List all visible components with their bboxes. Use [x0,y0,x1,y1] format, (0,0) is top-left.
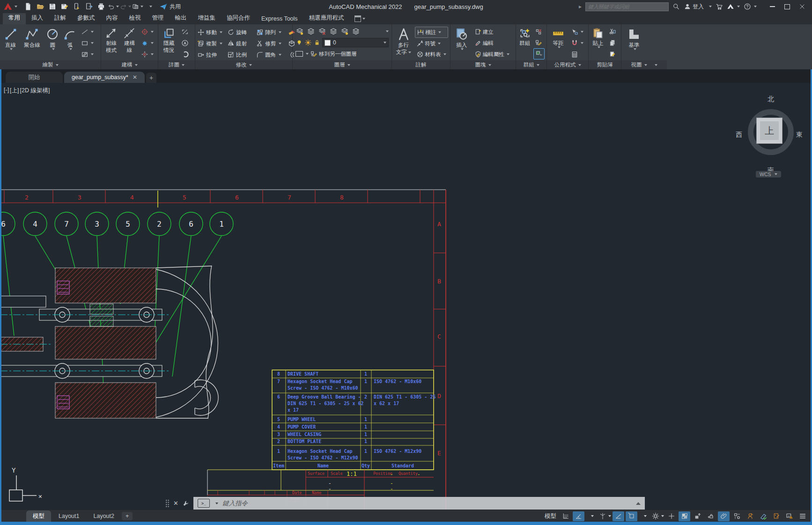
share-button[interactable]: 共用 [156,2,184,11]
rectangle-flyout-button[interactable] [80,38,99,48]
point-flyout-button[interactable] [140,49,156,59]
command-grip-handle[interactable] [165,499,170,507]
layer-properties-icon[interactable] [295,27,304,36]
viewport-view-control[interactable]: [上] [10,87,19,95]
viewcube-north[interactable]: 北 [768,95,774,104]
tab-manage[interactable]: 管理 [147,12,170,24]
clean-screen-toggle[interactable] [718,511,730,521]
mtext-button[interactable]: 多行 文字 [393,26,414,60]
panel-draw-footer[interactable]: 繪製 [0,60,101,69]
point-id-button[interactable] [569,38,586,48]
tab-featured-apps[interactable]: 精選應用程式 [303,12,350,24]
fillet-button[interactable]: 圓角 [255,49,287,60]
new-layout-button[interactable]: + [122,512,133,520]
array-button[interactable]: 陣列 [255,27,287,38]
customization-menu-button[interactable] [797,511,808,521]
ray-mode-button[interactable]: 射線 模式 [102,26,120,60]
panel-construct-footer[interactable]: 建構 [101,60,158,69]
paste-button[interactable]: 貼上 [590,26,606,60]
viewcube[interactable]: 北 西 東 南 上 WCS [742,95,800,182]
command-history-dropdown-icon[interactable] [215,503,218,504]
edit-block-button[interactable]: 編輯 [473,38,514,48]
panel-annotate-footer[interactable]: 註解 [392,60,450,69]
snap-grid-toggle[interactable] [560,511,571,521]
cut-button[interactable] [607,27,619,37]
trim-button[interactable]: 修剪 [255,38,287,49]
move-to-layer-label[interactable]: 移到另一個圖層 [319,51,357,58]
command-input[interactable]: >_ 鍵入指令 [193,497,645,510]
arc-button[interactable]: 弧 [61,26,79,60]
edit-attributes-button[interactable]: 編輯屬性 [473,49,514,59]
group-button[interactable]: 群組 [517,26,532,60]
signin-button[interactable]: 登入 [684,3,704,11]
edge-symbol-button[interactable] [180,49,193,59]
save-button[interactable] [47,1,58,12]
wcs-menu[interactable]: WCS [756,171,781,177]
undo-dropdown-icon[interactable] [116,6,119,7]
new-drawing-tab-button[interactable]: + [146,73,156,83]
viewcube-west[interactable]: 西 [736,131,742,139]
layer-thaw-sun-icon[interactable] [304,39,312,46]
copy-button[interactable]: 複製 [196,38,226,49]
tab-express-tools[interactable]: Express Tools [256,14,303,24]
panel-detail-footer[interactable]: 詳圖 [158,60,195,69]
panel-modify-footer[interactable]: 修改 [195,60,292,69]
annotation-scale-button[interactable] [757,511,769,521]
create-block-button[interactable]: 建立 [473,27,514,37]
base-view-button[interactable]: 基準 [622,26,646,60]
polar-tracking-dropdown[interactable] [586,511,598,521]
layer-on-bulb-icon[interactable] [295,39,303,46]
command-prompt-icon[interactable]: >_ [198,499,210,508]
circle-button[interactable]: 圓 [44,26,61,60]
scale-button[interactable]: 比例 [226,49,255,60]
search-input[interactable] [586,4,668,9]
insert-block-button[interactable]: 插入 [451,26,472,60]
redo-button[interactable] [120,1,131,12]
group-selection-toggle[interactable] [533,48,545,59]
layer-match-icon[interactable] [295,51,303,57]
measure-button[interactable]: 等距 [548,26,568,60]
layout-dropdown-icon[interactable] [140,6,143,7]
ui-scale-button[interactable] [692,511,703,521]
command-wrench-icon[interactable] [182,500,190,507]
command-close-icon[interactable]: ✕ [173,500,178,507]
layer-lock-icon[interactable] [352,27,360,36]
copy-clip-button[interactable] [607,38,619,48]
close-button[interactable] [795,1,809,12]
viewport-visual-style-control[interactable]: [2D 線架構] [20,87,50,95]
cart-icon[interactable] [716,3,723,10]
model-space-canvas[interactable]: 2 3 4 5 6 7 8 A B C D [0,83,812,510]
snap-settings-button[interactable] [652,511,664,521]
model-space-toggle[interactable]: 模型 [545,512,556,520]
new-file-button[interactable] [22,1,34,12]
mirror-button[interactable]: 鏡射 [226,38,255,49]
tab-insert[interactable]: 插入 [26,12,49,24]
file-tab-document[interactable]: gear_pump_subassy* ✕ [64,72,145,83]
isolate-objects-button[interactable] [731,511,743,521]
move-button[interactable]: 移動 [196,27,226,38]
panel-layers-footer[interactable]: 圖層 [293,60,391,69]
quick-properties-toggle[interactable] [679,511,690,521]
panel-utilities-footer[interactable]: 公用程式 [547,60,588,69]
quick-select-button[interactable] [569,27,586,37]
layer-isolate-icon[interactable] [329,27,338,36]
drawline-flyout-button[interactable] [80,27,99,37]
open-file-button[interactable] [35,1,46,12]
stretch-button[interactable]: 拉伸 [196,49,226,60]
tab-home[interactable]: 常用 [3,12,26,24]
otrack-toggle[interactable] [613,511,624,521]
search-icon[interactable] [672,3,680,10]
ungroup-button[interactable] [533,27,545,37]
tab-model[interactable]: 模型 [26,510,51,522]
ribbon-display-toggle[interactable] [354,15,365,24]
line-button[interactable]: 直線 [1,26,20,60]
command-expand-icon[interactable] [636,502,641,505]
panel-expander-icon[interactable] [655,64,657,66]
file-tab-start[interactable]: 開始 [6,72,63,83]
layer-state-icon[interactable] [307,27,315,36]
construction-line-button[interactable]: 建構 線 [120,26,139,60]
tab-view[interactable]: 檢視 [124,12,147,24]
panel-block-footer[interactable]: 圖塊 [450,60,516,69]
open-from-web-button[interactable] [83,1,95,12]
viewport-control-menu[interactable]: [-] [4,87,9,95]
